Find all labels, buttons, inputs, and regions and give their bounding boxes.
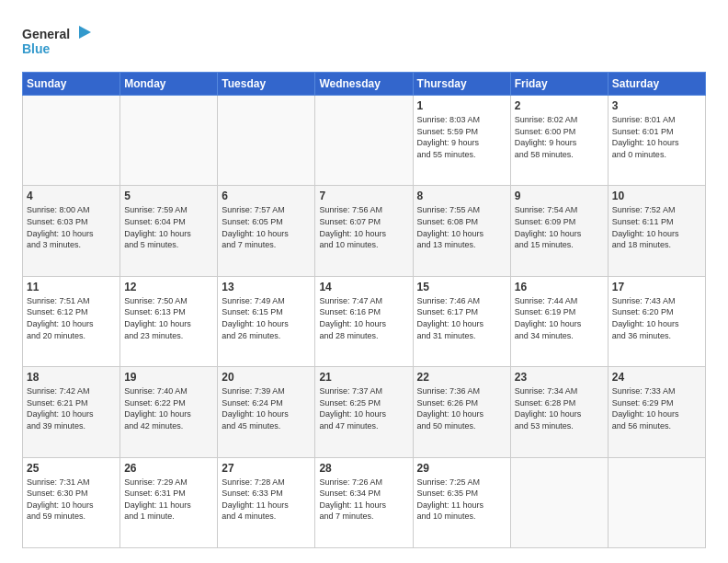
day-number: 2 xyxy=(515,99,604,112)
weekday-header-friday: Friday xyxy=(510,73,608,96)
calendar-cell: 28Sunrise: 7:26 AM Sunset: 6:34 PM Dayli… xyxy=(315,457,413,547)
day-info: Sunrise: 7:26 AM Sunset: 6:34 PM Dayligh… xyxy=(319,477,408,523)
day-number: 25 xyxy=(27,462,116,475)
day-number: 21 xyxy=(319,371,408,384)
calendar-cell: 14Sunrise: 7:47 AM Sunset: 6:16 PM Dayli… xyxy=(315,276,413,366)
week-row-1: 1Sunrise: 8:03 AM Sunset: 5:59 PM Daylig… xyxy=(23,96,706,186)
day-number: 18 xyxy=(27,371,116,384)
calendar-cell: 10Sunrise: 7:52 AM Sunset: 6:11 PM Dayli… xyxy=(608,186,705,276)
day-info: Sunrise: 7:36 AM Sunset: 6:26 PM Dayligh… xyxy=(417,385,506,431)
day-number: 12 xyxy=(124,281,213,293)
day-info: Sunrise: 7:29 AM Sunset: 6:31 PM Dayligh… xyxy=(124,477,213,523)
calendar-cell: 17Sunrise: 7:43 AM Sunset: 6:20 PM Dayli… xyxy=(608,276,705,366)
day-info: Sunrise: 7:55 AM Sunset: 6:08 PM Dayligh… xyxy=(417,204,506,250)
day-info: Sunrise: 8:02 AM Sunset: 6:00 PM Dayligh… xyxy=(515,114,604,160)
calendar-cell xyxy=(23,96,120,186)
day-number: 19 xyxy=(124,371,213,384)
calendar-cell: 2Sunrise: 8:02 AM Sunset: 6:00 PM Daylig… xyxy=(510,96,608,186)
calendar-cell: 11Sunrise: 7:51 AM Sunset: 6:12 PM Dayli… xyxy=(23,276,120,366)
calendar-cell: 4Sunrise: 8:00 AM Sunset: 6:03 PM Daylig… xyxy=(23,186,120,276)
weekday-header-wednesday: Wednesday xyxy=(315,73,413,96)
calendar-cell: 27Sunrise: 7:28 AM Sunset: 6:33 PM Dayli… xyxy=(218,457,315,547)
svg-marker-2 xyxy=(79,26,91,39)
day-number: 8 xyxy=(417,190,506,202)
day-number: 4 xyxy=(27,190,116,202)
day-info: Sunrise: 7:39 AM Sunset: 6:24 PM Dayligh… xyxy=(222,385,311,431)
day-info: Sunrise: 7:47 AM Sunset: 6:16 PM Dayligh… xyxy=(319,295,408,341)
svg-text:Blue: Blue xyxy=(22,41,51,56)
day-info: Sunrise: 8:01 AM Sunset: 6:01 PM Dayligh… xyxy=(612,114,701,160)
calendar-cell: 22Sunrise: 7:36 AM Sunset: 6:26 PM Dayli… xyxy=(413,367,510,457)
day-number: 6 xyxy=(222,190,311,202)
calendar-cell: 15Sunrise: 7:46 AM Sunset: 6:17 PM Dayli… xyxy=(413,276,510,366)
day-number: 29 xyxy=(417,462,506,475)
day-number: 3 xyxy=(612,99,701,112)
weekday-header-sunday: Sunday xyxy=(23,73,120,96)
weekday-header-tuesday: Tuesday xyxy=(218,73,315,96)
day-info: Sunrise: 7:33 AM Sunset: 6:29 PM Dayligh… xyxy=(612,385,701,431)
day-number: 20 xyxy=(222,371,311,384)
day-info: Sunrise: 7:31 AM Sunset: 6:30 PM Dayligh… xyxy=(27,477,116,523)
calendar-cell: 9Sunrise: 7:54 AM Sunset: 6:09 PM Daylig… xyxy=(510,186,608,276)
day-info: Sunrise: 7:59 AM Sunset: 6:04 PM Dayligh… xyxy=(124,204,213,250)
calendar-cell: 25Sunrise: 7:31 AM Sunset: 6:30 PM Dayli… xyxy=(23,457,120,547)
day-number: 17 xyxy=(612,281,701,293)
day-number: 22 xyxy=(417,371,506,384)
day-info: Sunrise: 7:50 AM Sunset: 6:13 PM Dayligh… xyxy=(124,295,213,341)
calendar-cell: 18Sunrise: 7:42 AM Sunset: 6:21 PM Dayli… xyxy=(23,367,120,457)
day-info: Sunrise: 8:03 AM Sunset: 5:59 PM Dayligh… xyxy=(417,114,506,160)
calendar-table: SundayMondayTuesdayWednesdayThursdayFrid… xyxy=(22,72,706,548)
calendar-cell xyxy=(510,457,608,547)
calendar-cell: 8Sunrise: 7:55 AM Sunset: 6:08 PM Daylig… xyxy=(413,186,510,276)
day-info: Sunrise: 7:56 AM Sunset: 6:07 PM Dayligh… xyxy=(319,204,408,250)
day-info: Sunrise: 7:51 AM Sunset: 6:12 PM Dayligh… xyxy=(27,295,116,341)
calendar-cell: 16Sunrise: 7:44 AM Sunset: 6:19 PM Dayli… xyxy=(510,276,608,366)
day-number: 13 xyxy=(222,281,311,293)
calendar-cell xyxy=(608,457,705,547)
day-number: 28 xyxy=(319,462,408,475)
day-number: 16 xyxy=(515,281,604,293)
day-info: Sunrise: 7:46 AM Sunset: 6:17 PM Dayligh… xyxy=(417,295,506,341)
day-number: 15 xyxy=(417,281,506,293)
day-info: Sunrise: 7:43 AM Sunset: 6:20 PM Dayligh… xyxy=(612,295,701,341)
calendar-cell: 29Sunrise: 7:25 AM Sunset: 6:35 PM Dayli… xyxy=(413,457,510,547)
calendar-cell: 20Sunrise: 7:39 AM Sunset: 6:24 PM Dayli… xyxy=(218,367,315,457)
calendar-cell: 5Sunrise: 7:59 AM Sunset: 6:04 PM Daylig… xyxy=(120,186,218,276)
calendar-cell: 1Sunrise: 8:03 AM Sunset: 5:59 PM Daylig… xyxy=(413,96,510,186)
day-number: 10 xyxy=(612,190,701,202)
day-number: 5 xyxy=(124,190,213,202)
calendar-cell: 6Sunrise: 7:57 AM Sunset: 6:05 PM Daylig… xyxy=(218,186,315,276)
calendar-cell: 19Sunrise: 7:40 AM Sunset: 6:22 PM Dayli… xyxy=(120,367,218,457)
calendar-cell: 24Sunrise: 7:33 AM Sunset: 6:29 PM Dayli… xyxy=(608,367,705,457)
day-info: Sunrise: 7:44 AM Sunset: 6:19 PM Dayligh… xyxy=(515,295,604,341)
page: General Blue SundayMondayTuesdayWednesda… xyxy=(0,0,728,563)
svg-text:General: General xyxy=(22,27,70,41)
calendar-cell: 23Sunrise: 7:34 AM Sunset: 6:28 PM Dayli… xyxy=(510,367,608,457)
day-number: 9 xyxy=(515,190,604,202)
day-number: 11 xyxy=(27,281,116,293)
day-number: 14 xyxy=(319,281,408,293)
day-number: 24 xyxy=(612,371,701,384)
day-info: Sunrise: 7:28 AM Sunset: 6:33 PM Dayligh… xyxy=(222,477,311,523)
calendar-cell: 7Sunrise: 7:56 AM Sunset: 6:07 PM Daylig… xyxy=(315,186,413,276)
week-row-4: 18Sunrise: 7:42 AM Sunset: 6:21 PM Dayli… xyxy=(23,367,706,457)
day-info: Sunrise: 7:57 AM Sunset: 6:05 PM Dayligh… xyxy=(222,204,311,250)
calendar-cell: 3Sunrise: 8:01 AM Sunset: 6:01 PM Daylig… xyxy=(608,96,705,186)
day-number: 23 xyxy=(515,371,604,384)
calendar-cell xyxy=(120,96,218,186)
day-info: Sunrise: 7:25 AM Sunset: 6:35 PM Dayligh… xyxy=(417,477,506,523)
calendar-cell: 21Sunrise: 7:37 AM Sunset: 6:25 PM Dayli… xyxy=(315,367,413,457)
logo-content: General Blue xyxy=(22,18,96,63)
weekday-header-thursday: Thursday xyxy=(413,73,510,96)
calendar-cell: 12Sunrise: 7:50 AM Sunset: 6:13 PM Dayli… xyxy=(120,276,218,366)
calendar-cell xyxy=(315,96,413,186)
day-info: Sunrise: 8:00 AM Sunset: 6:03 PM Dayligh… xyxy=(27,204,116,250)
weekday-header-row: SundayMondayTuesdayWednesdayThursdayFrid… xyxy=(23,73,706,96)
day-info: Sunrise: 7:52 AM Sunset: 6:11 PM Dayligh… xyxy=(612,204,701,250)
logo: General Blue xyxy=(22,18,96,63)
day-info: Sunrise: 7:49 AM Sunset: 6:15 PM Dayligh… xyxy=(222,295,311,341)
day-info: Sunrise: 7:42 AM Sunset: 6:21 PM Dayligh… xyxy=(27,385,116,431)
day-number: 7 xyxy=(319,190,408,202)
day-info: Sunrise: 7:37 AM Sunset: 6:25 PM Dayligh… xyxy=(319,385,408,431)
weekday-header-saturday: Saturday xyxy=(608,73,705,96)
